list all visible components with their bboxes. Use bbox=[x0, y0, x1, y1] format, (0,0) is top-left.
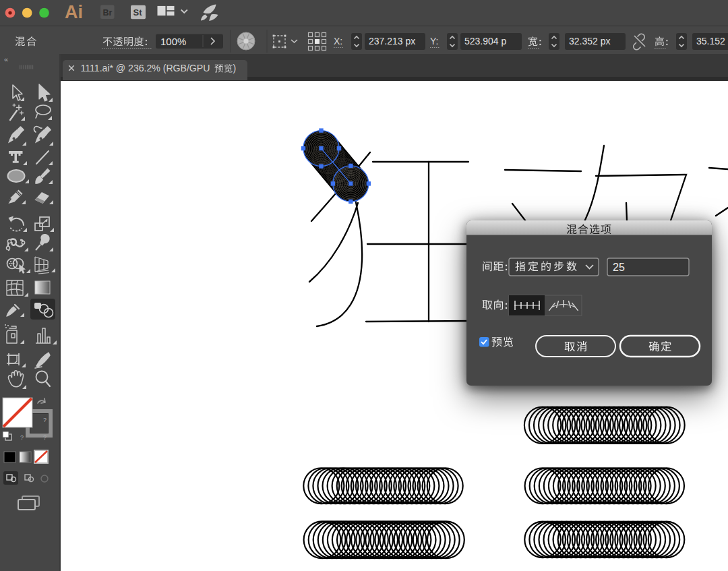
svg-text:25: 25 bbox=[613, 262, 625, 273]
